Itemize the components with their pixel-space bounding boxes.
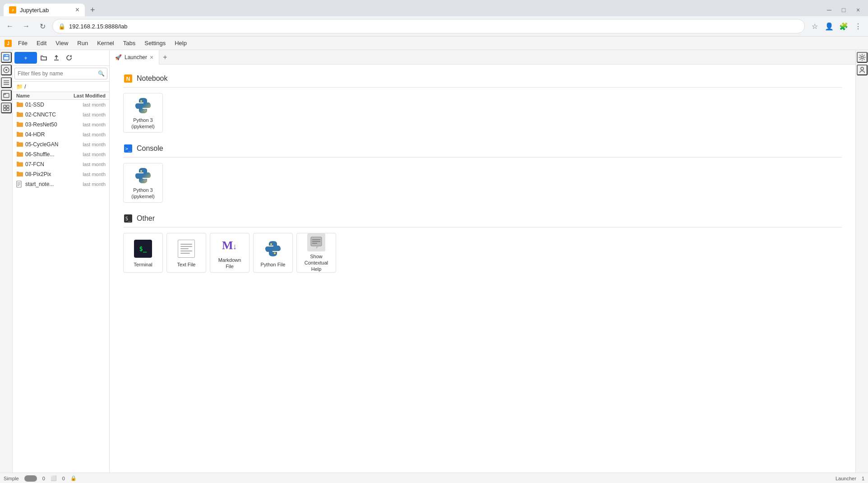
section-header-console: >_Console bbox=[123, 144, 842, 158]
browser-tab[interactable]: J JupyterLab × bbox=[4, 4, 85, 16]
card-label-contextualhelp: Show Contextual Help bbox=[300, 253, 332, 273]
sidebar-files-button[interactable] bbox=[1, 52, 12, 63]
file-item-modified: last month bbox=[65, 162, 106, 167]
svg-text:J: J bbox=[7, 41, 9, 46]
column-name-header[interactable]: Name bbox=[16, 93, 65, 98]
file-item-name: 05-CycleGAN bbox=[25, 141, 65, 148]
launcher-grid-other: $_Terminal Text File M ↓ Markdown File P… bbox=[123, 233, 842, 273]
plus-icon: + bbox=[24, 55, 28, 61]
menu-tabs[interactable]: Tabs bbox=[120, 39, 139, 47]
file-item-modified: last month bbox=[65, 142, 106, 147]
file-list-item[interactable]: 08-Pix2Pixlast month bbox=[13, 169, 109, 179]
folder-icon bbox=[16, 141, 23, 148]
file-list-item[interactable]: 04-HDRlast month bbox=[13, 130, 109, 139]
launcher-card-terminal[interactable]: $_Terminal bbox=[123, 233, 163, 273]
file-list-item[interactable]: 02-CNNCTClast month bbox=[13, 110, 109, 120]
refresh-files-button[interactable] bbox=[63, 52, 75, 64]
tab-close-button[interactable]: × bbox=[75, 6, 79, 14]
menubar: J File Edit View Run Kernel Tabs Setting… bbox=[0, 37, 868, 50]
svg-point-42 bbox=[861, 56, 863, 59]
new-launcher-button[interactable]: + + bbox=[14, 52, 37, 64]
right-sidebar-settings-button[interactable] bbox=[857, 52, 868, 63]
status-toggle[interactable] bbox=[24, 475, 37, 482]
folder-icon bbox=[16, 131, 23, 138]
section-header-notebook: NNotebook bbox=[123, 74, 842, 88]
sidebar-extensions-button[interactable] bbox=[1, 102, 12, 113]
file-item-modified: last month bbox=[65, 122, 106, 127]
launcher-card-contextualhelp[interactable]: Show Contextual Help bbox=[296, 233, 336, 273]
search-input[interactable] bbox=[14, 68, 107, 79]
svg-rect-4 bbox=[4, 55, 9, 60]
close-button[interactable]: × bbox=[852, 4, 864, 16]
menu-help[interactable]: Help bbox=[171, 39, 190, 47]
file-list-header: Name Last Modified bbox=[13, 92, 109, 100]
menu-view[interactable]: View bbox=[52, 39, 72, 47]
column-modified-header[interactable]: Last Modified bbox=[65, 93, 106, 98]
file-list: 01-SSDlast month02-CNNCTClast month03-Re… bbox=[13, 100, 109, 473]
right-sidebar bbox=[855, 50, 868, 473]
launcher-grid-console: Python 3 (ipykernel) bbox=[123, 163, 842, 203]
file-list-item[interactable]: 01-SSDlast month bbox=[13, 100, 109, 110]
svg-point-29 bbox=[140, 170, 142, 172]
upload-button[interactable] bbox=[51, 52, 62, 64]
file-item-name: 08-Pix2Pix bbox=[25, 171, 65, 177]
menu-kernel[interactable]: Kernel bbox=[93, 39, 118, 47]
section-title-console: Console bbox=[137, 144, 163, 153]
new-tab-button[interactable]: + bbox=[88, 5, 97, 15]
card-icon-python bbox=[132, 96, 154, 115]
file-item-name: 07-FCN bbox=[25, 161, 65, 167]
launcher-card-python[interactable]: Python 3 (ipykernel) bbox=[123, 163, 163, 203]
file-list-item[interactable]: 05-CycleGANlast month bbox=[13, 139, 109, 149]
extensions-button[interactable]: 🧩 bbox=[837, 20, 850, 33]
section-title-notebook: Notebook bbox=[137, 74, 168, 83]
launcher-card-markdown[interactable]: M ↓ Markdown File bbox=[210, 233, 249, 273]
menu-settings[interactable]: Settings bbox=[141, 39, 169, 47]
svg-text:N: N bbox=[126, 76, 130, 82]
launcher-card-pythonfile[interactable]: Python File bbox=[253, 233, 293, 273]
sidebar-tabs-button[interactable] bbox=[1, 90, 12, 101]
menu-run[interactable]: Run bbox=[74, 39, 92, 47]
menu-file[interactable]: File bbox=[14, 39, 31, 47]
sidebar-running-button[interactable] bbox=[1, 65, 12, 75]
svg-text:M: M bbox=[222, 239, 233, 252]
file-item-name: 01-SSD bbox=[25, 102, 65, 108]
section-icon-other: S_ bbox=[123, 214, 133, 223]
section-icon-notebook: N bbox=[123, 74, 133, 84]
svg-point-35 bbox=[270, 243, 272, 245]
bookmarks-button[interactable]: ☆ bbox=[808, 20, 821, 33]
file-item-name: 04-HDR bbox=[25, 131, 65, 138]
right-sidebar-extra-button[interactable] bbox=[857, 65, 868, 75]
file-breadcrumb: 📁 / bbox=[13, 82, 109, 92]
file-list-item[interactable]: start_note...last month bbox=[13, 179, 109, 189]
maximize-button[interactable]: □ bbox=[837, 4, 850, 16]
svg-text:J: J bbox=[12, 8, 14, 12]
forward-button[interactable]: → bbox=[20, 20, 32, 33]
svg-point-30 bbox=[144, 179, 146, 181]
breadcrumb-path: / bbox=[24, 84, 26, 90]
launcher-card-python[interactable]: Python 3 (ipykernel) bbox=[123, 93, 163, 133]
address-bar[interactable]: 🔒 192.168.2.15:8888/lab bbox=[52, 19, 805, 33]
profile-button[interactable]: 👤 bbox=[823, 20, 836, 33]
menu-edit[interactable]: Edit bbox=[33, 39, 50, 47]
file-list-item[interactable]: 03-ResNet50last month bbox=[13, 120, 109, 130]
launcher-card-textfile[interactable]: Text File bbox=[166, 233, 206, 273]
back-button[interactable]: ← bbox=[4, 20, 16, 33]
launcher-tab[interactable]: 🚀 Launcher × bbox=[110, 50, 159, 65]
minimize-button[interactable]: ─ bbox=[823, 4, 836, 16]
file-icon bbox=[16, 181, 23, 188]
left-sidebar-icons bbox=[0, 50, 13, 473]
sidebar-commands-button[interactable] bbox=[1, 77, 12, 88]
menu-button[interactable]: ⋮ bbox=[852, 20, 864, 33]
status-count2: 0 bbox=[62, 476, 65, 481]
breadcrumb-icon: 📁 bbox=[16, 84, 23, 90]
launcher-tab-close[interactable]: × bbox=[150, 54, 153, 61]
file-list-item[interactable]: 07-FCNlast month bbox=[13, 159, 109, 169]
card-label-markdown: Markdown File bbox=[214, 257, 245, 270]
new-tab-button[interactable]: + bbox=[159, 50, 171, 65]
folder-icon bbox=[16, 111, 23, 118]
file-list-item[interactable]: 06-Shuffle...last month bbox=[13, 149, 109, 159]
refresh-button[interactable]: ↻ bbox=[36, 20, 49, 33]
status-icon2: 🔒 bbox=[70, 475, 77, 481]
new-folder-button[interactable] bbox=[38, 52, 50, 64]
svg-point-25 bbox=[140, 100, 142, 102]
